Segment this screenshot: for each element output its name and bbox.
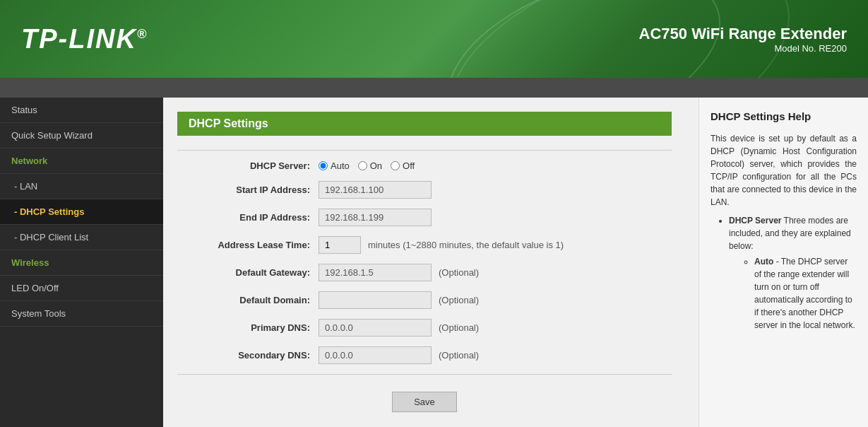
content-area: DHCP Settings DHCP Server: Auto On — [163, 98, 686, 427]
sidebar-item-wireless[interactable]: Wireless — [0, 250, 163, 276]
domain-hint: (Optional) — [439, 295, 479, 305]
nav-bar — [0, 78, 868, 98]
help-dhcp-server-bullet: DHCP Server Three modes are included, an… — [729, 214, 857, 332]
end-ip-row: End IP Address: — [177, 209, 672, 226]
lease-time-input[interactable] — [319, 236, 361, 254]
gateway-row: Default Gateway: (Optional) — [177, 264, 672, 281]
start-ip-row: Start IP Address: — [177, 181, 672, 199]
help-auto-heading: Auto — [754, 257, 773, 267]
help-title: DHCP Settings Help — [711, 109, 857, 125]
domain-label: Default Domain: — [191, 295, 319, 305]
gateway-label: Default Gateway: — [191, 267, 319, 278]
secondary-dns-hint: (Optional) — [439, 350, 479, 361]
primary-dns-row: Primary DNS: (Optional) — [177, 319, 672, 337]
gateway-hint: (Optional) — [439, 267, 479, 278]
radio-on[interactable]: On — [358, 160, 382, 171]
sidebar-item-status[interactable]: Status — [0, 98, 163, 123]
domain-row: Default Domain: (Optional) — [177, 291, 672, 309]
layout: Status Quick Setup Wizard Network - LAN … — [0, 98, 868, 427]
bottom-divider — [177, 374, 672, 375]
end-ip-input[interactable] — [319, 209, 432, 226]
start-ip-label: Start IP Address: — [191, 185, 319, 195]
help-panel: DHCP Settings Help This device is set up… — [698, 98, 868, 427]
dhcp-server-radio-group: Auto On Off — [319, 160, 415, 171]
help-intro: This device is set up by default as a DH… — [711, 132, 857, 209]
save-btn-row: Save — [177, 385, 672, 426]
primary-dns-input[interactable] — [319, 319, 432, 337]
sidebar-item-led-onoff[interactable]: LED On/Off — [0, 276, 163, 301]
sidebar-item-quick-setup-wizard[interactable]: Quick Setup Wizard — [0, 123, 163, 148]
dhcp-server-row: DHCP Server: Auto On Off — [177, 160, 672, 171]
secondary-dns-row: Secondary DNS: (Optional) — [177, 346, 672, 364]
lease-time-row: Address Lease Time: minutes (1~2880 minu… — [177, 236, 672, 254]
header: TP-LINK® AC750 WiFi Range Extender Model… — [0, 0, 868, 78]
lease-time-label: Address Lease Time: — [191, 240, 319, 250]
primary-dns-label: Primary DNS: — [191, 322, 319, 333]
sidebar-item-system-tools[interactable]: System Tools — [0, 301, 163, 327]
top-divider — [177, 150, 672, 151]
domain-input[interactable] — [319, 291, 432, 309]
secondary-dns-input[interactable] — [319, 346, 432, 364]
lease-time-hint: minutes (1~2880 minutes, the default val… — [368, 240, 564, 250]
model-number: Model No. RE200 — [639, 43, 847, 54]
help-dhcp-server-heading: DHCP Server — [729, 216, 781, 226]
main-content: DHCP Settings DHCP Server: Auto On — [163, 98, 698, 427]
save-button[interactable]: Save — [392, 392, 457, 412]
radio-off[interactable]: Off — [391, 160, 415, 171]
help-auto-bullet: Auto - The DHCP server of the range exte… — [754, 255, 857, 332]
gateway-input[interactable] — [319, 264, 432, 281]
header-info: AC750 WiFi Range Extender Model No. RE20… — [639, 25, 847, 54]
sidebar-item-network[interactable]: Network — [0, 148, 163, 174]
sidebar-item-lan[interactable]: - LAN — [0, 174, 163, 199]
start-ip-input[interactable] — [319, 181, 432, 199]
end-ip-label: End IP Address: — [191, 212, 319, 223]
sidebar-item-dhcp-settings[interactable]: - DHCP Settings — [0, 199, 163, 225]
sidebar-item-dhcp-client-list[interactable]: - DHCP Client List — [0, 225, 163, 250]
dhcp-server-label: DHCP Server: — [191, 160, 319, 171]
sidebar: Status Quick Setup Wizard Network - LAN … — [0, 98, 163, 427]
logo: TP-LINK® — [21, 24, 148, 54]
secondary-dns-label: Secondary DNS: — [191, 350, 319, 361]
radio-auto[interactable]: Auto — [319, 160, 350, 171]
help-auto-desc: - The DHCP server of the range extender … — [754, 257, 855, 330]
primary-dns-hint: (Optional) — [439, 322, 479, 333]
page-title: DHCP Settings — [177, 112, 672, 136]
product-name: AC750 WiFi Range Extender — [639, 25, 847, 43]
